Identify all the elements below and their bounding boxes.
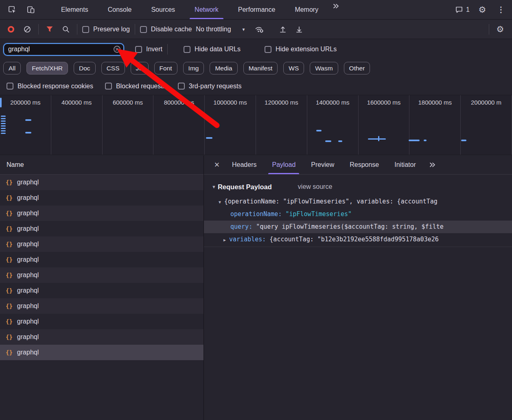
tab-response[interactable]: Response	[342, 155, 387, 174]
request-name: graphql	[17, 333, 39, 341]
timeline-column: 600000 ms	[103, 95, 154, 155]
request-row[interactable]: {}graphql	[0, 236, 203, 252]
chip-fetch-xhr[interactable]: Fetch/XHR	[26, 62, 68, 74]
chip-css[interactable]: CSS	[101, 62, 125, 74]
tab-console[interactable]: Console	[98, 0, 142, 19]
request-name: graphql	[17, 225, 39, 232]
request-name: graphql	[17, 256, 39, 263]
network-toolbar: Preserve log Disable cache No throttling…	[0, 20, 512, 39]
tab-initiator[interactable]: Initiator	[387, 155, 423, 174]
request-row[interactable]: {}graphql	[0, 267, 203, 283]
blocked-requests-checkbox[interactable]: Blocked requests	[105, 83, 166, 90]
menu-dots-icon[interactable]: ⋮	[495, 4, 507, 16]
payload-view: ▼ Request Payload view source ▼{operatio…	[204, 175, 512, 247]
tab-headers[interactable]: Headers	[224, 155, 264, 174]
console-messages-button[interactable]: 1	[455, 6, 470, 14]
checkbox-box	[184, 46, 190, 53]
chip-js[interactable]: JS	[131, 62, 149, 74]
network-conditions-icon[interactable]	[253, 23, 265, 35]
chip-doc[interactable]: Doc	[74, 62, 96, 74]
payload-entry-row[interactable]: operationName:"ipFlowTimeseries"	[204, 208, 512, 221]
request-type-filters: All Fetch/XHR Doc CSS JS Font Img Media …	[0, 59, 512, 77]
divider	[38, 24, 39, 35]
waterfall-bar	[1, 120, 6, 122]
network-overview-timeline[interactable]: 200000 ms 400000 ms 600000 ms 800000 ms …	[0, 95, 512, 155]
export-har-icon[interactable]	[293, 23, 305, 35]
network-filter-input[interactable]	[8, 46, 111, 53]
timeline-column: 1000000 ms	[205, 95, 256, 155]
request-row-selected[interactable]: {}graphql	[0, 345, 203, 360]
preserve-log-checkbox[interactable]: Preserve log	[82, 26, 130, 33]
network-settings-gear-icon[interactable]: ⚙	[494, 23, 506, 35]
chip-font[interactable]: Font	[154, 62, 177, 74]
request-row[interactable]: {}graphql	[0, 329, 203, 345]
settings-gear-icon[interactable]: ⚙	[476, 4, 488, 16]
timeline-column: 800000 ms	[153, 95, 205, 155]
request-row[interactable]: {}graphql	[0, 252, 203, 267]
request-name: graphql	[17, 210, 39, 217]
timeline-tick: 200000 ms	[10, 99, 40, 155]
tab-performance[interactable]: Performance	[228, 0, 285, 19]
tab-payload[interactable]: Payload	[264, 155, 303, 174]
more-detail-tabs-chevron-icon[interactable]	[426, 159, 438, 171]
request-row[interactable]: {}graphql	[0, 298, 203, 314]
timeline-tick: 1800000 ms	[418, 99, 452, 155]
payload-title: Request Payload	[218, 183, 272, 191]
request-row[interactable]: {}graphql	[0, 190, 203, 206]
tab-elements[interactable]: Elements	[51, 0, 98, 19]
request-payload-section-header[interactable]: ▼ Request Payload view source	[204, 181, 512, 193]
payload-entry-row[interactable]: ▶variables:{accountTag: "b12e3b2192ee558…	[204, 233, 512, 246]
request-row[interactable]: {}graphql	[0, 314, 203, 329]
chip-other[interactable]: Other	[344, 62, 370, 74]
waterfall-bar	[325, 140, 331, 142]
request-row[interactable]: {}graphql	[0, 206, 203, 221]
chip-all[interactable]: All	[3, 62, 21, 74]
more-tabs-chevron-icon[interactable]	[330, 0, 342, 12]
tab-memory[interactable]: Memory	[285, 0, 328, 19]
request-name: graphql	[17, 318, 39, 325]
tab-sources[interactable]: Sources	[141, 0, 185, 19]
record-network-log-button[interactable]	[5, 23, 17, 35]
hide-extension-urls-checkbox[interactable]: Hide extension URLs	[265, 46, 337, 53]
request-row[interactable]: {}graphql	[0, 221, 203, 236]
hide-data-urls-checkbox[interactable]: Hide data URLs	[184, 46, 241, 53]
payload-entry-row-selected[interactable]: query:"query ipFlowTimeseries($accountTa…	[204, 221, 512, 233]
timeline-tick: 400000 ms	[61, 99, 92, 155]
tab-network[interactable]: Network	[185, 0, 228, 19]
preserve-log-label: Preserve log	[93, 26, 130, 33]
blocked-response-cookies-checkbox[interactable]: Blocked response cookies	[7, 83, 93, 90]
clear-network-log-icon[interactable]	[21, 23, 33, 35]
throttling-select[interactable]: No throttling ▼	[196, 26, 245, 33]
chip-img[interactable]: Img	[183, 62, 204, 74]
checkbox-box	[140, 26, 147, 33]
disable-cache-checkbox[interactable]: Disable cache	[140, 26, 192, 33]
chip-manifest[interactable]: Manifest	[243, 62, 278, 74]
checkbox-box	[135, 46, 142, 53]
request-details-panel: × Headers Payload Preview Response Initi…	[204, 155, 512, 420]
request-row[interactable]: {}graphql	[0, 283, 203, 298]
timeline-tick: 800000 ms	[164, 99, 194, 155]
clear-filter-icon[interactable]	[113, 46, 121, 53]
chip-media[interactable]: Media	[210, 62, 237, 74]
close-details-icon[interactable]: ×	[210, 160, 224, 170]
third-party-requests-checkbox[interactable]: 3rd-party requests	[178, 83, 242, 90]
expanded-triangle-icon: ▼	[219, 200, 221, 204]
name-column-header[interactable]: Name	[0, 155, 203, 175]
waterfall-bar	[1, 118, 6, 119]
inspect-element-icon[interactable]	[6, 4, 18, 16]
view-source-link[interactable]: view source	[298, 183, 332, 190]
timeline-column: 200000 ms	[0, 95, 51, 155]
search-icon[interactable]	[60, 23, 72, 35]
import-har-icon[interactable]	[277, 23, 289, 35]
tab-preview[interactable]: Preview	[303, 155, 342, 174]
chip-ws[interactable]: WS	[283, 62, 304, 74]
payload-root-row[interactable]: ▼{operationName: "ipFlowTimeseries", var…	[204, 195, 512, 208]
json-braces-icon: {}	[6, 334, 13, 340]
disable-cache-label: Disable cache	[151, 26, 192, 33]
device-toolbar-icon[interactable]	[24, 4, 37, 16]
json-braces-icon: {}	[6, 256, 13, 263]
filter-funnel-icon[interactable]	[44, 23, 56, 35]
chip-wasm[interactable]: Wasm	[310, 62, 338, 74]
request-row[interactable]: {}graphql	[0, 175, 203, 190]
invert-checkbox[interactable]: Invert	[135, 46, 162, 53]
